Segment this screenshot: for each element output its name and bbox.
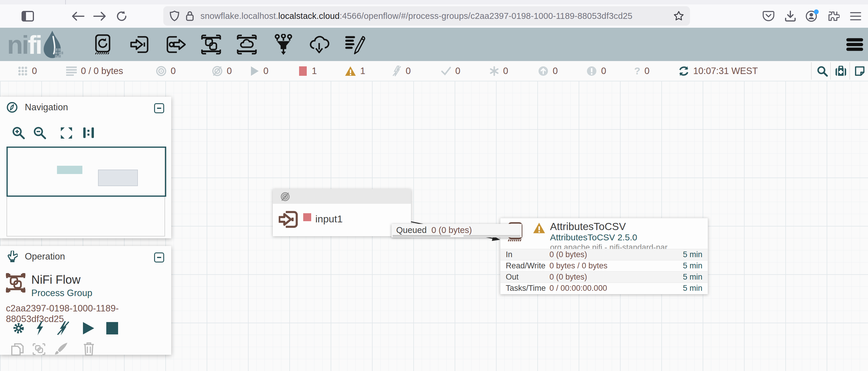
port-stopped-icon — [303, 213, 311, 221]
label-tool-icon[interactable] — [339, 28, 371, 61]
port-not-transmitting-icon — [280, 192, 290, 201]
enable-button[interactable] — [35, 321, 45, 336]
status-locally-modified-stale: 0 — [586, 61, 606, 81]
threads-grid-icon — [18, 66, 28, 76]
navigation-panel-title: Navigation — [25, 102, 68, 113]
selected-component-type: Process Group — [31, 288, 92, 299]
stopped-square-icon — [299, 66, 308, 76]
status-invalid: 1 — [345, 61, 365, 81]
input-port-component[interactable]: input1 — [273, 189, 411, 236]
bookmark-star-icon[interactable] — [674, 11, 684, 21]
output-port-tool-icon[interactable] — [159, 28, 192, 61]
browser-tabstrip — [0, 0, 868, 4]
sidebar-toggle-icon[interactable] — [20, 4, 36, 28]
operation-panel: Operation NiFi Flow Process Group c2aa23… — [0, 246, 171, 355]
input-port-name: input1 — [315, 213, 343, 225]
tracking-shield-icon[interactable] — [170, 11, 179, 21]
url-text: snowflake.localhost.localstack.cloud:456… — [200, 11, 632, 21]
question-icon: ? — [634, 65, 640, 77]
url-bar[interactable]: snowflake.localhost.localstack.cloud:456… — [163, 6, 690, 26]
navigation-panel-header: Navigation — [0, 97, 171, 118]
reload-icon[interactable] — [114, 4, 129, 28]
tab-divider — [65, 0, 66, 4]
account-icon[interactable] — [804, 4, 819, 28]
birdseye-minimap[interactable] — [6, 146, 165, 237]
search-button[interactable] — [817, 61, 828, 81]
color-button[interactable] — [54, 342, 68, 356]
stat-row-tasks: Tasks/Time0 / 00:00:00.0005 min — [500, 282, 708, 294]
remote-process-group-tool-icon[interactable] — [230, 28, 263, 61]
processor-stats-table: In0 (0 bytes)5 min Read/Write0 bytes / 0… — [500, 249, 708, 294]
processor-tool-icon[interactable] — [87, 28, 119, 61]
forward-icon[interactable] — [92, 4, 107, 28]
nifi-header: nifi — [0, 28, 868, 61]
input-port-header — [273, 189, 411, 204]
status-bar: 0 0 / 0 bytes 0 0 0 1 1 0 0 0 0 0 — [0, 61, 868, 81]
stale-up-arrow-icon — [538, 66, 549, 76]
browser-toolbar: snowflake.localhost.localstack.cloud:456… — [0, 4, 868, 28]
input-port-icon — [279, 210, 298, 229]
status-stale: 0 — [538, 61, 558, 81]
invalid-warning-icon — [345, 66, 356, 76]
group-button[interactable] — [32, 343, 45, 356]
operation-panel-title: Operation — [25, 251, 65, 262]
status-up-to-date: 0 — [441, 61, 460, 81]
configure-button[interactable] — [12, 322, 25, 335]
flow-status-note-button[interactable] — [855, 61, 865, 81]
lock-icon[interactable] — [186, 11, 194, 21]
status-refresh[interactable]: 10:07:31 WEST — [678, 61, 758, 81]
operation-panel-header: Operation — [0, 246, 171, 267]
first-aid-kit-icon — [835, 66, 847, 76]
status-not-transmitting: 0 — [212, 61, 232, 81]
zoom-out-button[interactable] — [33, 126, 46, 139]
zoom-actual-size-button[interactable] — [82, 126, 95, 139]
pocket-icon[interactable] — [761, 4, 776, 28]
status-active-threads: 0 — [18, 61, 37, 81]
zoom-fit-button[interactable] — [60, 127, 73, 139]
browser-menu-icon[interactable] — [848, 4, 863, 28]
stop-button[interactable] — [106, 322, 119, 335]
running-play-icon — [250, 66, 259, 76]
queued-list-icon — [66, 66, 77, 76]
disabled-bolt-icon — [392, 65, 402, 77]
flow-canvas[interactable]: Navigation Operation — [0, 81, 868, 371]
transmitting-icon — [156, 66, 166, 76]
input-port-tool-icon[interactable] — [123, 28, 156, 61]
processor-type-version: AttributesToCSV 2.5.0 — [550, 232, 637, 243]
connection-progress-right — [464, 235, 520, 237]
navigation-collapse-button[interactable] — [154, 103, 164, 113]
status-queued: 0 / 0 bytes — [66, 61, 123, 81]
template-cloud-tool-icon[interactable] — [303, 28, 335, 61]
process-group-tool-icon[interactable] — [195, 28, 227, 61]
global-menu-icon[interactable] — [838, 28, 868, 61]
asterisk-icon — [490, 66, 499, 76]
status-running: 0 — [250, 61, 268, 81]
funnel-tool-icon[interactable] — [267, 28, 300, 61]
disable-button[interactable] — [57, 321, 70, 336]
status-transmitting: 0 — [156, 61, 176, 81]
connection-label[interactable]: Queued 0 (0 bytes) — [392, 224, 522, 237]
exclamation-circle-icon — [586, 66, 597, 76]
back-icon[interactable] — [70, 4, 86, 28]
processor-name: AttributesToCSV — [550, 221, 626, 232]
zoom-in-button[interactable] — [12, 126, 25, 139]
processor-component[interactable]: AttributesToCSV AttributesToCSV 2.5.0 or… — [500, 218, 708, 294]
stat-row-out: Out0 (0 bytes)5 min — [500, 271, 708, 282]
delete-button[interactable] — [83, 342, 94, 356]
start-button[interactable] — [82, 322, 95, 335]
status-disabled: 0 — [392, 61, 411, 81]
cluster-health-button[interactable] — [835, 61, 847, 81]
compass-icon — [6, 102, 18, 113]
nifi-logo: nifi — [7, 30, 63, 60]
minimap-viewport[interactable] — [6, 146, 166, 197]
copy-button[interactable] — [11, 343, 24, 356]
downloads-icon[interactable] — [783, 4, 798, 28]
process-group-icon — [6, 272, 25, 293]
selected-component-name: NiFi Flow — [31, 273, 81, 286]
hand-pointer-icon — [7, 251, 18, 263]
connection-queued-label: Queued — [396, 225, 427, 235]
operation-collapse-button[interactable] — [154, 252, 164, 263]
search-icon — [817, 65, 828, 77]
not-transmitting-icon — [212, 66, 223, 76]
extensions-puzzle-icon[interactable] — [826, 4, 841, 28]
